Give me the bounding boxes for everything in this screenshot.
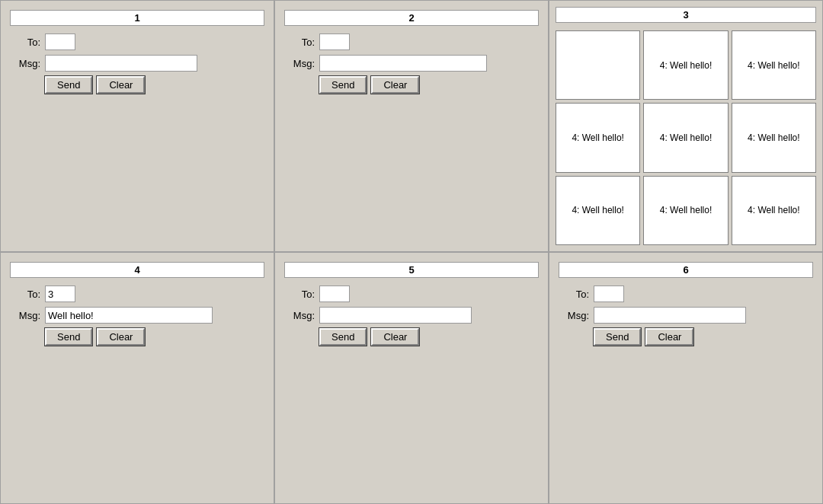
msg-cell-2: 4: Well hello! [732, 30, 816, 100]
to-row-4: To: [10, 285, 264, 302]
message-grid: 4: Well hello! 4: Well hello! 4: Well he… [556, 30, 816, 245]
to-input-2[interactable] [319, 33, 350, 50]
panel-5: 5 To: Msg: Send Clear [274, 252, 549, 504]
panel-4: 4 To: Msg: Send Clear [0, 252, 274, 504]
to-label-5: To: [284, 289, 315, 300]
to-row-2: To: [284, 33, 539, 50]
to-row-6: To: [559, 285, 813, 302]
button-row-2: Send Clear [319, 76, 419, 94]
to-input-1[interactable] [45, 33, 75, 50]
msg-cell-6: 4: Well hello! [556, 176, 640, 245]
clear-button-1[interactable]: Clear [97, 76, 145, 94]
msg-input-1[interactable] [45, 55, 197, 72]
clear-button-5[interactable]: Clear [371, 328, 419, 346]
msg-row-5: Msg: [284, 307, 539, 324]
msg-label-5: Msg: [284, 310, 315, 321]
panel-4-title: 4 [10, 262, 264, 278]
to-input-5[interactable] [319, 285, 350, 302]
msg-input-5[interactable] [319, 307, 472, 324]
button-row-6: Send Clear [594, 328, 693, 346]
panel-5-title: 5 [284, 262, 539, 278]
button-row-1: Send Clear [45, 76, 145, 94]
send-button-1[interactable]: Send [45, 76, 92, 94]
to-label-6: To: [559, 289, 589, 300]
panel-2-title: 2 [284, 10, 539, 26]
send-button-4[interactable]: Send [45, 328, 92, 346]
panel-6-title: 6 [559, 262, 813, 278]
msg-label-4: Msg: [10, 310, 40, 321]
msg-row-1: Msg: [10, 55, 264, 72]
msg-input-2[interactable] [319, 55, 487, 72]
send-button-6[interactable]: Send [594, 328, 641, 346]
panel-2: 2 To: Msg: Send Clear [274, 0, 549, 252]
send-button-2[interactable]: Send [319, 76, 367, 94]
msg-row-4: Msg: [10, 307, 264, 324]
to-label-4: To: [10, 289, 40, 300]
msg-label-6: Msg: [559, 310, 589, 321]
msg-input-6[interactable] [594, 307, 746, 324]
msg-cell-7: 4: Well hello! [643, 176, 728, 245]
panel-6: 6 To: Msg: Send Clear [549, 252, 823, 504]
panel-1: 1 To: Msg: Send Clear [0, 0, 274, 252]
to-row-5: To: [284, 285, 539, 302]
msg-input-4[interactable] [45, 307, 213, 324]
msg-cell-5: 4: Well hello! [732, 103, 816, 172]
msg-cell-8: 4: Well hello! [732, 176, 816, 245]
msg-row-2: Msg: [284, 55, 539, 72]
msg-cell-1: 4: Well hello! [643, 30, 728, 100]
button-row-5: Send Clear [319, 328, 419, 346]
clear-button-2[interactable]: Clear [371, 76, 419, 94]
to-row-1: To: [10, 33, 264, 50]
msg-cell-3: 4: Well hello! [556, 103, 640, 172]
panel-3-title: 3 [556, 7, 816, 23]
to-label-2: To: [284, 37, 315, 48]
clear-button-4[interactable]: Clear [97, 328, 145, 346]
msg-label-1: Msg: [10, 58, 40, 69]
to-label-1: To: [10, 37, 40, 48]
msg-cell-4: 4: Well hello! [643, 103, 728, 172]
panel-1-title: 1 [10, 10, 264, 26]
clear-button-6[interactable]: Clear [645, 328, 693, 346]
to-input-6[interactable] [594, 285, 624, 302]
panel-3: 3 4: Well hello! 4: Well hello! 4: Well … [549, 0, 823, 252]
msg-cell-0 [556, 30, 640, 100]
send-button-5[interactable]: Send [319, 328, 367, 346]
msg-label-2: Msg: [284, 58, 315, 69]
to-input-4[interactable] [45, 285, 75, 302]
msg-row-6: Msg: [559, 307, 813, 324]
button-row-4: Send Clear [45, 328, 145, 346]
